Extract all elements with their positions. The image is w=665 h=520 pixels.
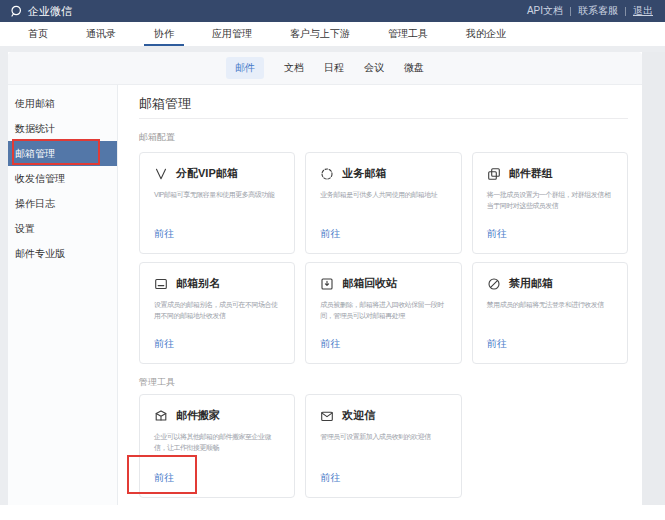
collab-tabs: 邮件 文档 日程 会议 微盘 (8, 52, 642, 85)
card-title: 邮件群组 (509, 166, 553, 181)
card-desc: VIP邮箱可享无限容量和使用更多高级功能 (154, 189, 280, 200)
goto-link[interactable]: 前往 (320, 337, 340, 351)
card-desc: 业务邮箱是可供多人共同使用的邮箱地址 (320, 189, 446, 200)
welcome-letter-icon (320, 409, 334, 423)
main-panel: 邮箱管理 邮箱配置 分配VIP邮箱 VIP邮箱可享无限容量和使用更多高级功能 前… (118, 85, 642, 505)
nav-item-admin-tools[interactable]: 管理工具 (388, 22, 428, 46)
nav-item-collaboration[interactable]: 协作 (154, 22, 174, 46)
nav-item-home[interactable]: 首页 (28, 22, 48, 46)
card-desc: 管理员可设置新加入成员收到的欢迎信 (320, 431, 446, 442)
topbar-links: API文档 联系客服 退出 (527, 4, 653, 18)
goto-link[interactable]: 前往 (154, 337, 174, 351)
vip-icon (154, 167, 168, 181)
wecom-logo[interactable]: 企业微信 (10, 4, 72, 19)
card-desc: 禁用成员的邮箱将无法登录和进行收发信 (487, 299, 613, 310)
card-desc: 设置成员的邮箱别名，成员可在不同场合使用不同的邮箱地址收发信 (154, 299, 280, 321)
section-label-mail-config: 邮箱配置 (139, 132, 628, 142)
topbar: 企业微信 API文档 联系客服 退出 (0, 0, 665, 22)
card-title: 业务邮箱 (342, 166, 386, 181)
sidebar-item-send-receive[interactable]: 收发信管理 (8, 166, 117, 191)
tab-docs[interactable]: 文档 (284, 57, 304, 79)
goto-link[interactable]: 前往 (487, 337, 507, 351)
goto-link[interactable]: 前往 (320, 471, 340, 485)
tab-meeting[interactable]: 会议 (364, 57, 384, 79)
support-link[interactable]: 联系客服 (578, 4, 618, 18)
content-body: 使用邮箱 数据统计 邮箱管理 收发信管理 操作日志 设置 邮件专业版 邮箱管理 … (8, 85, 642, 505)
divider (570, 7, 571, 16)
main-nav: 首页 通讯录 协作 应用管理 客户与上下游 管理工具 我的企业 (0, 22, 665, 46)
goto-link-mail-migration[interactable]: 前往 (154, 471, 174, 485)
sidebar: 使用邮箱 数据统计 邮箱管理 收发信管理 操作日志 设置 邮件专业版 (8, 85, 118, 505)
nav-item-my-company[interactable]: 我的企业 (466, 22, 506, 46)
page-title: 邮箱管理 (139, 96, 628, 112)
sidebar-item-mail-pro[interactable]: 邮件专业版 (8, 241, 117, 266)
goto-link[interactable]: 前往 (154, 227, 174, 241)
card-disable-mailbox: 禁用邮箱 禁用成员的邮箱将无法登录和进行收发信 前往 (472, 262, 628, 364)
divider (625, 7, 626, 16)
mailbox-recycle-icon (320, 277, 334, 291)
sidebar-item-settings[interactable]: 设置 (8, 216, 117, 241)
card-desc: 成员被删除，邮箱将进入回收站保留一段时间，管理员可以对邮箱再处理 (320, 299, 446, 321)
tab-drive[interactable]: 微盘 (404, 57, 424, 79)
page-margin-left (0, 52, 8, 505)
card-vip-mailbox: 分配VIP邮箱 VIP邮箱可享无限容量和使用更多高级功能 前往 (139, 152, 295, 254)
card-desc: 企业可以将其他邮箱的邮件搬家至企业微信，让工作衔接更顺畅 (154, 431, 280, 453)
mail-group-icon (487, 167, 501, 181)
card-mail-migration: 邮件搬家 企业可以将其他邮箱的邮件搬家至企业微信，让工作衔接更顺畅 前往 (139, 394, 295, 498)
goto-link[interactable]: 前往 (487, 227, 507, 241)
sidebar-item-operation-log[interactable]: 操作日志 (8, 191, 117, 216)
card-business-mailbox: 业务邮箱 业务邮箱是可供多人共同使用的邮箱地址 前往 (305, 152, 461, 254)
page-margin-right (642, 52, 665, 505)
content-container: 邮件 文档 日程 会议 微盘 使用邮箱 数据统计 邮箱管理 收发信管理 操作日志… (8, 52, 642, 505)
card-title: 欢迎信 (342, 408, 375, 423)
card-title: 禁用邮箱 (509, 276, 553, 291)
api-doc-link[interactable]: API文档 (527, 4, 563, 18)
brand-label: 企业微信 (28, 4, 72, 19)
admin-tools-card-grid: 邮件搬家 企业可以将其他邮箱的邮件搬家至企业微信，让工作衔接更顺畅 前往 欢迎信… (139, 394, 628, 498)
wecom-logo-icon (10, 5, 23, 18)
disable-mailbox-icon (487, 277, 501, 291)
nav-item-apps[interactable]: 应用管理 (212, 22, 252, 46)
tab-calendar[interactable]: 日程 (324, 57, 344, 79)
nav-item-customers[interactable]: 客户与上下游 (290, 22, 350, 46)
sidebar-item-statistics[interactable]: 数据统计 (8, 116, 117, 141)
card-title: 分配VIP邮箱 (176, 166, 238, 181)
card-mailbox-recycle: 邮箱回收站 成员被删除，邮箱将进入回收站保留一段时间，管理员可以对邮箱再处理 前… (305, 262, 461, 364)
card-title: 邮箱别名 (176, 276, 220, 291)
nav-item-contacts[interactable]: 通讯录 (86, 22, 116, 46)
tab-mail[interactable]: 邮件 (226, 57, 264, 79)
mail-config-card-grid: 分配VIP邮箱 VIP邮箱可享无限容量和使用更多高级功能 前往 业务邮箱 业务邮… (139, 152, 628, 364)
goto-link[interactable]: 前往 (320, 227, 340, 241)
card-desc: 将一批成员设置为一个群组，对群组发信相当于同时对这些成员发信 (487, 189, 613, 211)
mailbox-alias-icon (154, 277, 168, 291)
mail-migration-icon (154, 409, 168, 423)
logout-link[interactable]: 退出 (633, 4, 653, 18)
card-welcome-letter: 欢迎信 管理员可设置新加入成员收到的欢迎信 前往 (305, 394, 461, 498)
section-label-admin-tools: 管理工具 (139, 377, 628, 387)
sidebar-item-mailbox-management[interactable]: 邮箱管理 (8, 141, 117, 166)
card-title: 邮箱回收站 (342, 276, 397, 291)
divider (139, 118, 628, 119)
business-mailbox-icon (320, 167, 334, 181)
card-title: 邮件搬家 (176, 408, 220, 423)
sidebar-item-mail-usage[interactable]: 使用邮箱 (8, 91, 117, 116)
card-mailbox-alias: 邮箱别名 设置成员的邮箱别名，成员可在不同场合使用不同的邮箱地址收发信 前往 (139, 262, 295, 364)
card-mail-group: 邮件群组 将一批成员设置为一个群组，对群组发信相当于同时对这些成员发信 前往 (472, 152, 628, 254)
